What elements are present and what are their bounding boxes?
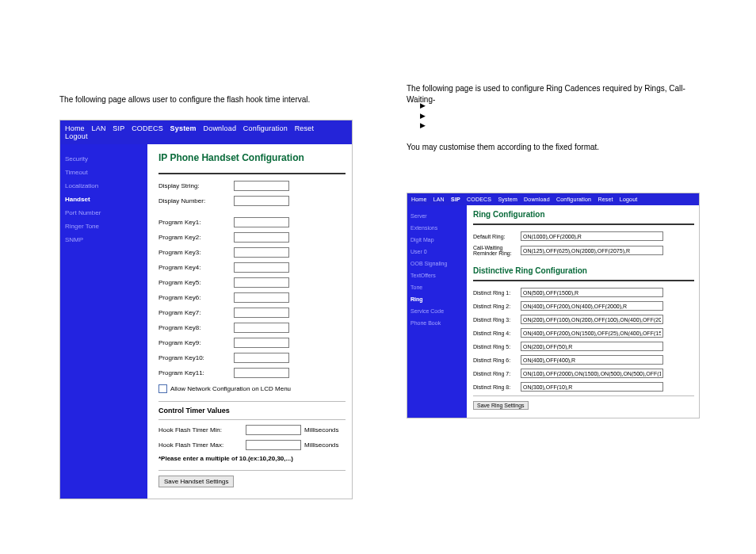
ring-config-panel: Home LAN SIP CODECS System Download Conf… xyxy=(407,193,700,418)
divider xyxy=(158,401,346,402)
dr7-input[interactable] xyxy=(521,369,663,378)
divider xyxy=(473,280,694,281)
sidebar-ring[interactable]: Ring xyxy=(410,296,464,302)
allow-lcd-label: Allow Network Configuration on LCD Menu xyxy=(170,385,291,392)
program-key9-input[interactable] xyxy=(234,338,289,348)
default-ring-input[interactable] xyxy=(521,231,663,241)
nav-reset[interactable]: Reset xyxy=(295,124,315,132)
divider xyxy=(473,224,694,225)
nav-lan[interactable]: LAN xyxy=(92,124,106,132)
program-key5-input[interactable] xyxy=(234,277,289,288)
nav-sip[interactable]: SIP xyxy=(451,197,460,202)
sidebar-port-number[interactable]: Port Number xyxy=(65,209,143,216)
dr6-input[interactable] xyxy=(521,355,663,365)
dr6-label: Distinct Ring 6: xyxy=(473,357,521,363)
hook-max-unit: Milliseconds xyxy=(304,441,339,449)
content-left: IP Phone Handset Configuration Display S… xyxy=(147,144,352,499)
allow-lcd-checkbox[interactable] xyxy=(158,384,167,393)
hook-min-input[interactable] xyxy=(246,425,301,435)
program-key5-label: Program Key5: xyxy=(158,279,234,286)
hook-min-unit: Milliseconds xyxy=(304,426,339,434)
program-key11-input[interactable] xyxy=(234,368,289,378)
triangle-icon: ▶ xyxy=(420,101,426,111)
bullet-list: ▶ ▶ ▶ xyxy=(420,101,426,131)
nav-lan[interactable]: LAN xyxy=(433,197,445,202)
program-key9-label: Program Key9: xyxy=(158,339,234,346)
display-number-input[interactable] xyxy=(234,196,289,206)
sidebar-right: Server Extensions Digit Map User 0 OOB S… xyxy=(407,205,467,418)
control-timer-heading: Control Timer Values xyxy=(158,407,346,415)
intro-text-left: The following page allows user to config… xyxy=(59,94,353,105)
top-nav-right: Home LAN SIP CODECS System Download Conf… xyxy=(407,193,699,205)
program-key10-label: Program Key10: xyxy=(158,354,234,361)
program-key10-input[interactable] xyxy=(234,353,289,363)
divider xyxy=(158,419,346,420)
save-handset-button[interactable]: Save Handset Settings xyxy=(158,476,234,487)
display-number-label: Display Number: xyxy=(158,197,234,204)
nav-configuration[interactable]: Configuration xyxy=(243,124,288,132)
default-ring-label: Default Ring: xyxy=(473,234,521,239)
sidebar-service-code[interactable]: Service Code xyxy=(410,308,464,314)
dr4-input[interactable] xyxy=(521,328,663,338)
triangle-icon: ▶ xyxy=(420,111,426,121)
dr1-input[interactable] xyxy=(521,288,663,297)
program-key8-input[interactable] xyxy=(234,323,289,333)
nav-reset[interactable]: Reset xyxy=(598,197,613,202)
sidebar-handset[interactable]: Handset xyxy=(65,196,143,203)
page-heading-left: IP Phone Handset Configuration xyxy=(158,152,346,163)
program-key3-label: Program Key3: xyxy=(158,249,234,256)
sidebar-phone-book[interactable]: Phone Book xyxy=(410,320,464,326)
sidebar-user0[interactable]: User 0 xyxy=(410,249,464,254)
hook-max-input[interactable] xyxy=(246,440,301,450)
nav-download[interactable]: Download xyxy=(524,197,550,202)
program-key3-input[interactable] xyxy=(234,247,289,258)
program-key2-input[interactable] xyxy=(234,232,289,243)
sidebar-timeout[interactable]: Timeout xyxy=(65,169,143,176)
sidebar-tone[interactable]: Tone xyxy=(410,285,464,290)
top-nav-left: Home LAN SIP CODECS System Download Conf… xyxy=(60,120,352,144)
timer-hint: *Please enter a multiple of 10.(ex:10,20… xyxy=(158,455,346,462)
nav-sip[interactable]: SIP xyxy=(113,124,124,132)
dr2-input[interactable] xyxy=(521,301,663,311)
program-key1-input[interactable] xyxy=(234,217,289,227)
sidebar-digit-map[interactable]: Digit Map xyxy=(410,237,464,243)
call-waiting-label: Call-Waiting Reminder Ring: xyxy=(473,245,521,256)
sidebar-snmp[interactable]: SNMP xyxy=(65,236,143,243)
program-key6-input[interactable] xyxy=(234,292,289,303)
nav-home[interactable]: Home xyxy=(411,197,426,202)
call-waiting-input[interactable] xyxy=(521,246,663,255)
program-key8-label: Program Key8: xyxy=(158,324,234,331)
dr8-input[interactable] xyxy=(521,382,663,392)
ring-config-heading: Ring Configuration xyxy=(473,210,694,219)
divider xyxy=(158,470,346,471)
nav-system[interactable]: System xyxy=(170,124,197,132)
triangle-icon: ▶ xyxy=(420,120,426,131)
nav-configuration[interactable]: Configuration xyxy=(556,197,591,202)
program-key4-label: Program Key4: xyxy=(158,264,234,271)
sidebar-server[interactable]: Server xyxy=(410,213,464,219)
nav-download[interactable]: Download xyxy=(203,124,236,132)
sidebar-oob[interactable]: OOB Signaling xyxy=(410,261,464,266)
sidebar-localization[interactable]: Localization xyxy=(65,182,143,189)
dr4-label: Distinct Ring 4: xyxy=(473,330,521,336)
sidebar-extensions[interactable]: Extensions xyxy=(410,225,464,231)
dr3-input[interactable] xyxy=(521,315,663,324)
save-ring-button[interactable]: Save Ring Settings xyxy=(473,401,529,410)
nav-logout[interactable]: Logout xyxy=(620,197,638,202)
sidebar-ringer-tone[interactable]: Ringer Tone xyxy=(65,223,143,230)
nav-system[interactable]: System xyxy=(498,197,517,202)
dr2-label: Distinct Ring 2: xyxy=(473,304,521,309)
nav-codecs[interactable]: CODECS xyxy=(132,124,163,132)
program-key7-input[interactable] xyxy=(234,308,289,318)
nav-codecs[interactable]: CODECS xyxy=(467,197,491,202)
nav-logout[interactable]: Logout xyxy=(65,132,88,140)
display-string-input[interactable] xyxy=(234,181,289,191)
program-key6-label: Program Key6: xyxy=(158,294,234,301)
nav-home[interactable]: Home xyxy=(65,124,85,132)
program-key4-input[interactable] xyxy=(234,262,289,273)
sidebar-textoffers[interactable]: TextOffers xyxy=(410,273,464,278)
sidebar-security[interactable]: Security xyxy=(65,155,143,162)
intro-text-right: The following page is used to configure … xyxy=(407,83,700,105)
program-key2-label: Program Key2: xyxy=(158,234,234,241)
dr5-input[interactable] xyxy=(521,342,663,351)
